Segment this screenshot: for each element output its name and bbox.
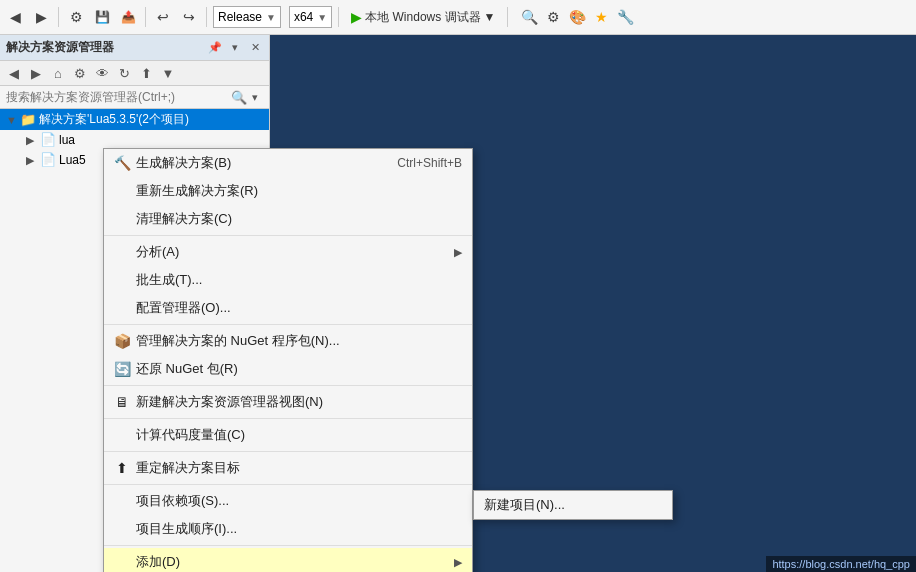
menu-item-add[interactable]: 添加(D) ▶ [104,548,472,572]
separator-1 [104,235,472,236]
context-menu-overlay[interactable]: 🔨 生成解决方案(B) Ctrl+Shift+B 重新生成解决方案(R) 清理解… [0,0,916,537]
build-icon: 🔨 [112,153,132,173]
separator-7 [104,545,472,546]
menu-item-new-view[interactable]: 🖥 新建解决方案资源管理器视图(N) [104,388,472,416]
restore-icon: 🔄 [112,359,132,379]
menu-item-proj-deps[interactable]: 项目依赖项(S)... [104,487,472,515]
menu-item-build-order[interactable]: 项目生成顺序(I)... [104,515,472,543]
nuget-icon: 📦 [112,331,132,351]
separator-5 [104,451,472,452]
menu-item-restore-nuget[interactable]: 🔄 还原 NuGet 包(R) [104,355,472,383]
menu-item-batch[interactable]: 批生成(T)... [104,266,472,294]
separator-6 [104,484,472,485]
submenu-item-new-project[interactable]: 新建项目(N)... [474,491,672,519]
separator-4 [104,418,472,419]
submenu-arrow-icon: ▶ [454,556,462,569]
bottom-link: https://blog.csdn.net/hq_cpp [766,556,916,572]
submenu-arrow-icon: ▶ [454,246,462,259]
retarget-icon: ⬆ [112,458,132,478]
context-menu: 🔨 生成解决方案(B) Ctrl+Shift+B 重新生成解决方案(R) 清理解… [103,148,473,572]
menu-item-rebuild[interactable]: 重新生成解决方案(R) [104,177,472,205]
view-icon: 🖥 [112,392,132,412]
menu-item-config[interactable]: 配置管理器(O)... [104,294,472,322]
separator-3 [104,385,472,386]
menu-item-nuget[interactable]: 📦 管理解决方案的 NuGet 程序包(N)... [104,327,472,355]
submenu-add: 新建项目(N)... [473,490,673,520]
menu-item-build[interactable]: 🔨 生成解决方案(B) Ctrl+Shift+B [104,149,472,177]
menu-item-clean[interactable]: 清理解决方案(C) [104,205,472,233]
menu-item-code-metrics[interactable]: 计算代码度量值(C) [104,421,472,449]
separator-2 [104,324,472,325]
menu-item-analyze[interactable]: 分析(A) ▶ [104,238,472,266]
menu-item-retarget[interactable]: ⬆ 重定解决方案目标 [104,454,472,482]
